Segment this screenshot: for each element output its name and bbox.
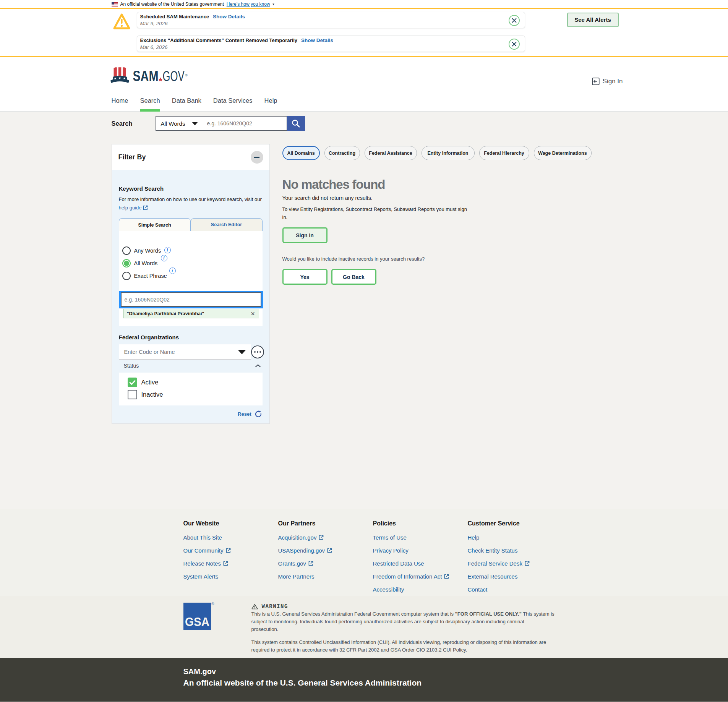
svg-text:GSA: GSA (185, 616, 209, 627)
svg-text:®: ® (185, 73, 188, 77)
svg-text:GOV: GOV (162, 68, 184, 84)
svg-text:SAM: SAM (133, 68, 158, 84)
